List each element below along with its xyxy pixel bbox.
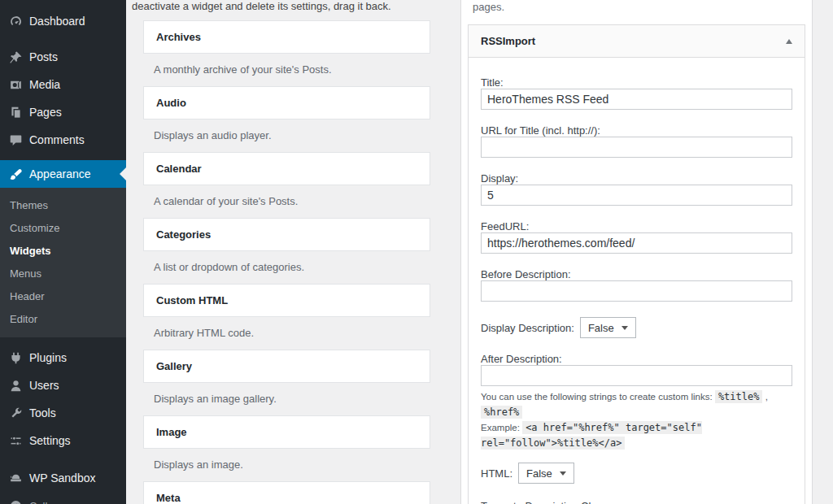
sidebar-item-label: Pages [29,106,62,119]
sidebar-item-label: WP Sandbox [29,471,95,484]
widget-description: Arbitrary HTML code. [154,328,430,339]
sidebar-item-label: Collapse menu [29,500,100,504]
widget-card-gallery[interactable]: Gallery [143,350,430,383]
users-icon [9,379,23,393]
tools-icon [9,406,23,420]
widget-card-title: Calendar [144,163,202,175]
widget-description: Displays an image gallery. [154,393,430,405]
collapse-menu-button[interactable]: Collapse menu [0,492,126,504]
submenu-item-menus[interactable]: Menus [0,263,126,285]
widget-card-image[interactable]: Image [143,415,430,449]
title-input[interactable] [481,89,792,110]
page-gutter [813,0,833,504]
display-description-label: Display Description: [481,322,574,334]
available-widgets-column: deactivate a widget and delete its setti… [126,0,460,504]
submenu-item-editor[interactable]: Editor [0,308,126,331]
sidebar-item-label: Dashboard [29,15,85,28]
sidebar-item-dashboard[interactable]: Dashboard [0,7,126,35]
collapse-arrow-icon[interactable] [786,39,792,44]
before-description-label: Before Description: [481,269,792,280]
display-input[interactable] [481,185,792,206]
help-prefix: You can use the following strings to cre… [481,392,713,402]
selected-value: False [588,322,614,334]
sidebar-item-plugins[interactable]: Plugins [0,344,126,371]
submenu-item-themes[interactable]: Themes [0,194,126,217]
sidebar-item-label: Settings [29,434,71,447]
widget-card-title: Image [144,426,187,438]
before-description-input[interactable] [481,280,792,302]
url-for-title-input[interactable] [481,137,792,158]
submenu-item-header[interactable]: Header [0,285,126,308]
pushpin-icon [9,50,23,64]
sidebar-item-label: Comments [29,133,85,146]
example-label: Example: [481,423,520,432]
display-label: Display: [481,173,792,185]
field-title: Title: [481,77,792,110]
widgets-intro-text: deactivate a widget and delete its setti… [132,0,460,12]
sidebar-item-label: Posts [29,50,58,63]
code-title-token: %title% [715,390,763,403]
rssimport-widget-header[interactable]: RSSImport [469,25,805,58]
sidebar-description-text: pages. [468,0,805,13]
appearance-submenu: Themes Customize Widgets Menus Header Ed… [0,188,126,337]
sidebar-item-settings[interactable]: Settings [0,427,126,454]
widget-description: A monthly archive of your site's Posts. [154,64,430,76]
field-truncate-description-char: Truncate Description Char: [481,501,792,504]
sidebar-item-appearance[interactable]: Appearance [0,160,126,188]
html-label: HTML: [481,467,512,480]
feed-url-input[interactable] [481,232,792,254]
field-url-for-title: URL for Title (incl. http://): [481,125,792,158]
custom-links-help-text: You can use the following strings to cre… [481,389,792,451]
collapse-icon [9,499,23,504]
widget-card-title: Categories [144,228,211,241]
admin-sidebar: Dashboard Posts Media Pages Comments App… [0,0,126,504]
feed-url-label: FeedURL: [481,221,792,232]
sidebar-item-tools[interactable]: Tools [0,399,126,427]
comments-icon [9,133,23,147]
settings-icon [9,434,23,448]
widget-description: Displays an audio player. [154,130,430,141]
field-feed-url: FeedURL: [481,221,792,254]
active-item-arrow [120,167,126,180]
sidebar-settings-column: pages. RSSImport Title: URL for Title (i… [460,0,813,504]
widget-description: Displays an image. [154,459,430,471]
sidebar-item-pages[interactable]: Pages [0,98,126,126]
widget-card-title: Audio [144,97,186,109]
widget-card-calendar[interactable]: Calendar [143,152,430,185]
submenu-item-widgets[interactable]: Widgets [0,240,126,263]
widget-box-title: RSSImport [481,35,535,47]
media-icon [9,78,23,92]
rssimport-widget-box: RSSImport Title: URL for Title (incl. ht… [468,24,805,504]
sidebar-item-wp-sandbox[interactable]: WP Sandbox [0,464,126,492]
dashboard-icon [9,15,23,28]
widget-card-meta[interactable]: Meta [143,481,430,504]
help-separator: , [765,392,768,402]
selected-value: False [526,467,552,480]
after-description-input[interactable] [481,365,792,386]
field-after-description: After Description: [481,354,792,386]
title-label: Title: [481,77,792,89]
plugins-icon [9,351,23,365]
sidebar-item-label: Plugins [29,351,67,364]
html-select[interactable]: False [518,463,574,484]
truncate-description-char-label: Truncate Description Char: [481,501,792,504]
rssimport-widget-body: Title: URL for Title (incl. http://): Di… [469,58,805,504]
sidebar-item-label: Appearance [29,167,91,180]
appearance-icon [9,167,23,181]
widget-card-audio[interactable]: Audio [143,86,430,119]
widget-card-archives[interactable]: Archives [143,20,430,54]
field-before-description: Before Description: [481,269,792,302]
widget-card-title: Archives [144,31,201,43]
sidebar-item-media[interactable]: Media [0,71,126,98]
widget-card-custom-html[interactable]: Custom HTML [143,284,430,317]
sidebar-item-users[interactable]: Users [0,371,126,399]
sidebar-item-comments[interactable]: Comments [0,126,126,154]
widget-description: A calendar of your site's Posts. [154,196,430,207]
widget-card-categories[interactable]: Categories [143,218,430,251]
sidebar-item-posts[interactable]: Posts [0,43,126,71]
sidebar-item-label: Media [29,78,60,91]
display-description-select[interactable]: False [580,317,636,338]
wp-sandbox-icon [9,471,23,485]
widget-card-title: Custom HTML [144,294,228,306]
submenu-item-customize[interactable]: Customize [0,217,126,240]
